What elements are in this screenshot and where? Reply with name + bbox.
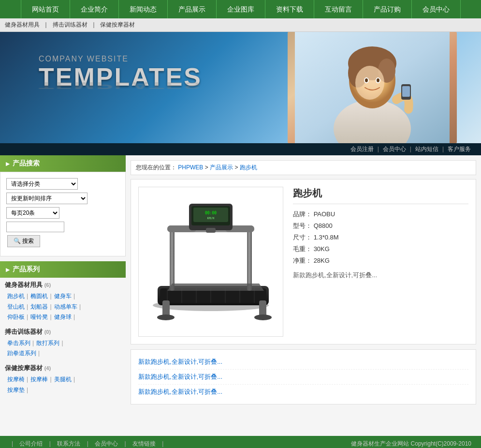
nav-item-8[interactable]: 会员中心 [412,0,461,18]
sort-select[interactable]: 按更新时间排序 按名称排序 按价格排序 [6,193,87,204]
link-massagestick[interactable]: 按摩棒 [30,376,48,383]
product-title: 跑步机 [293,187,468,204]
link-stairclimber[interactable]: 登山机 [7,303,25,310]
link-taekwondo[interactable]: 跆拳道系列 [7,350,36,357]
banner-text: COMPANY WEBSITE TEMPLATES TEMPLATES [39,55,202,120]
svg-text:00:00: 00:00 [205,211,217,215]
search-input[interactable] [6,222,64,232]
link-massagechair[interactable]: 按摩椅 [7,376,25,383]
svg-point-7 [355,66,384,100]
member-link-0[interactable]: 会员注册 [350,146,374,152]
nav-item-5[interactable]: 资料下载 [265,0,314,18]
nav-item-1[interactable]: 企业简介 [70,0,119,18]
breadcrumb-bar-sep-0: ｜ [42,21,51,28]
product-detail-box: 00:00 KM/H 跑步机 品牌： PAOBU 型号： Q8800 [131,179,476,344]
link-treadmill[interactable]: 跑步机 [7,293,25,299]
footer-link-contact[interactable]: 联系方法 [57,440,80,447]
footer-sep3: | [124,440,126,447]
sep10: | [32,340,34,346]
footer-links: | 公司介绍 | 联系方法 | 会员中心 | 友情链接 | [10,440,165,448]
link-spinning[interactable]: 动感单车 [54,303,77,310]
product-size: 尺寸： 1.3*0.8M [293,233,468,242]
nav-item-6[interactable]: 互动留言 [314,0,363,18]
breadcrumb-phpweb[interactable]: PHPWEB [178,164,203,171]
link-boxing[interactable]: 拳击系列 [7,340,30,346]
cat-name-massage: 保健按摩器材 [5,364,43,372]
banner-person-image [288,32,457,143]
link-rower[interactable]: 划船器 [30,303,48,310]
sep14: | [50,376,51,383]
breadcrumb-bar-item-2[interactable]: 保健按摩器材 [100,21,135,28]
banner-sub-text: COMPANY WEBSITE [39,55,202,63]
footer-sep1: | [49,440,51,447]
footer-link-about[interactable]: 公司介绍 [19,440,43,447]
banner: COMPANY WEBSITE TEMPLATES TEMPLATES [0,32,481,143]
link-legmachine[interactable]: 美腿机 [54,376,72,383]
link-bike[interactable]: 健身车 [54,293,72,299]
link-massagepad[interactable]: 按摩垫 [7,387,25,393]
sep15: | [73,376,75,383]
breadcrumb-products[interactable]: 产品展示 [210,164,233,171]
member-link-1[interactable]: 会员中心 [383,146,406,152]
search-button[interactable]: 🔍 搜索 [7,235,40,247]
link-bench[interactable]: 仰卧板 [7,314,25,320]
link-sanda[interactable]: 散打系列 [36,340,59,346]
product-link-3[interactable]: 新款跑步机,全新设计,可折叠... [138,385,468,399]
model-value: Q8800 [314,222,333,229]
sep1: | [27,293,28,299]
footer-link-member[interactable]: 会员中心 [95,440,118,447]
nav-item-0[interactable]: 网站首页 [21,0,70,18]
main-container: 产品搜索 请选择分类 健身器材用具 搏击训练器材 保健按摩器材 按更新时间排序 … [0,155,481,436]
member-sep-2: | [442,146,444,152]
nav-item-2[interactable]: 新闻动态 [119,0,168,18]
breadcrumb-bar-item-1[interactable]: 搏击训练器材 [53,21,87,28]
sep8: | [50,314,51,320]
sep2: | [50,293,51,299]
search-text-row [6,222,119,232]
footer-link-friends[interactable]: 友情链接 [132,440,156,447]
gross-weight-label: 毛重： [293,245,312,253]
product-gross-weight: 毛重： 30KG [293,245,468,254]
sep5: | [50,303,51,310]
svg-rect-13 [402,86,410,97]
search-button-row: 🔍 搜索 [6,235,119,247]
sidebar: 产品搜索 请选择分类 健身器材用具 搏击训练器材 保健按摩器材 按更新时间排序 … [0,155,126,436]
cat-title-fitness: 健身器材用具 (6) [0,278,126,290]
category-select[interactable]: 请选择分类 健身器材用具 搏击训练器材 保健按摩器材 [6,178,78,190]
member-sep-1: | [410,146,411,152]
member-bar: 会员注册|会员中心|站内短信|客户服务 [0,143,481,155]
product-model: 型号： Q8800 [293,222,468,230]
footer-sep2: | [87,440,88,447]
product-link-1[interactable]: 新款跑步机,全新设计,可折叠... [138,355,468,370]
product-image-area: 00:00 KM/H [138,187,283,337]
nav-item-4[interactable]: 企业图库 [217,0,265,18]
cat-name-fitness: 健身器材用具 [5,281,43,288]
breadcrumb-bar-item-0[interactable]: 健身器材用具 [5,21,40,28]
perpage-select[interactable]: 每页20条 每页10条 每页50条 [6,207,59,219]
product-link-2[interactable]: 新款跑步机,全新设计,可折叠... [138,370,468,385]
svg-rect-28 [170,228,175,291]
net-weight-value: 28KG [314,257,330,264]
search-area: 请选择分类 健身器材用具 搏击训练器材 保健按摩器材 按更新时间排序 按名称排序… [0,172,126,256]
cat-count-boxing: (0) [44,329,51,335]
footer: | 公司介绍 | 联系方法 | 会员中心 | 友情链接 | 健身器材生产企业网站… [0,436,481,448]
person-silhouette-svg [295,32,450,143]
member-sep-0: | [378,146,379,152]
cat-title-boxing: 搏击训练器材 (0) [0,325,126,337]
link-dumbbellbench[interactable]: 哑铃凳 [30,314,48,320]
link-ball[interactable]: 健身球 [54,314,72,320]
cat-count-massage: (4) [44,365,51,371]
link-elliptical[interactable]: 椭圆机 [30,293,48,299]
search-sort-row: 按更新时间排序 按名称排序 按价格排序 [6,193,119,204]
sep4: | [27,303,28,310]
member-link-2[interactable]: 站内短信 [415,146,438,152]
size-value: 1.3*0.8M [314,234,339,241]
nav-item-7[interactable]: 产品订购 [363,0,412,18]
nav-item-3[interactable]: 产品展示 [168,0,217,18]
size-label: 尺寸： [293,234,312,241]
member-link-3[interactable]: 客户服务 [448,146,471,152]
treadmill-svg: 00:00 KM/H [143,189,278,334]
breadcrumb-bar-sep-1: ｜ [89,21,99,28]
breadcrumb-treadmill[interactable]: 跑步机 [240,164,257,171]
banner-main-reflect: TEMPLATES [39,80,202,91]
